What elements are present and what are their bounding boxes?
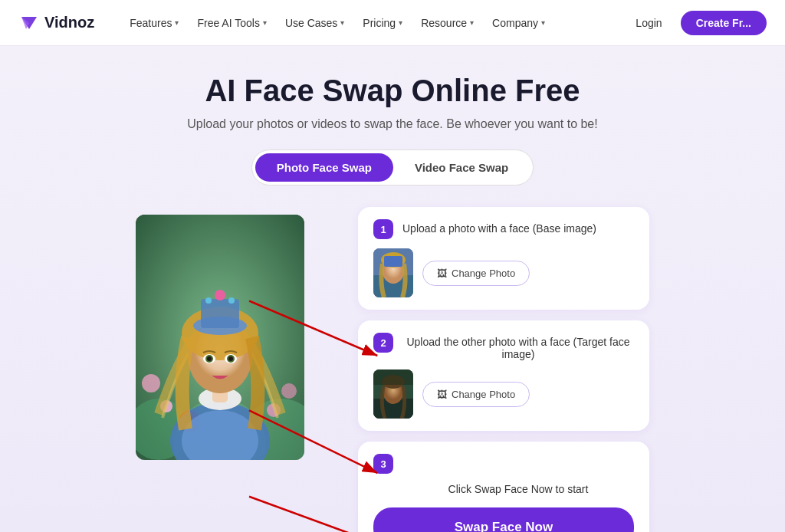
step-2-header: 2 Upload the other photo with a face (Ta… <box>373 333 634 360</box>
step-2-body: 🖼 Change Photo <box>373 369 634 419</box>
chevron-down-icon: ▾ <box>399 18 402 27</box>
nav-actions: Login Create Fr... <box>626 11 767 35</box>
step-1-number: 1 <box>373 219 393 239</box>
svg-point-25 <box>207 356 212 361</box>
step-1-body: 🖼 Change Photo <box>373 248 634 297</box>
tab-photo-face-swap[interactable]: Photo Face Swap <box>255 153 393 182</box>
portrait-svg <box>136 215 304 460</box>
step-2-card: 2 Upload the other photo with a face (Ta… <box>358 320 649 431</box>
svg-point-5 <box>281 383 297 399</box>
nav-use-cases[interactable]: Use Cases ▾ <box>278 12 352 34</box>
svg-point-20 <box>228 297 235 304</box>
svg-point-18 <box>215 290 225 300</box>
nav-company[interactable]: Company ▾ <box>484 12 553 34</box>
nav-pricing[interactable]: Pricing ▾ <box>355 12 410 34</box>
nav-free-ai-tools[interactable]: Free AI Tools ▾ <box>189 12 274 34</box>
image-icon: 🖼 <box>437 268 447 279</box>
chevron-down-icon: ▾ <box>541 18 545 27</box>
step-3-header: 3 <box>373 454 634 474</box>
nav-features[interactable]: Features ▾ <box>122 12 186 34</box>
tab-switcher: Photo Face Swap Video Face Swap <box>251 149 534 186</box>
chevron-down-icon: ▾ <box>263 18 267 27</box>
svg-rect-36 <box>373 369 413 385</box>
step-3-click-text: Click Swap Face Now to start <box>373 483 634 495</box>
swap-face-now-button[interactable]: Swap Face Now <box>373 507 634 532</box>
step-2-number: 2 <box>373 333 393 353</box>
preview-image-wrapper <box>136 215 312 460</box>
image-icon: 🖼 <box>437 389 447 400</box>
step-2-photo-thumb <box>373 369 413 419</box>
step-2-title: Upload the other photo with a face (Targ… <box>402 333 634 360</box>
hero-subtitle: Upload your photos or videos to swap the… <box>15 117 770 131</box>
step-3-number: 3 <box>373 454 393 474</box>
nav-resource[interactable]: Resource ▾ <box>413 12 481 34</box>
svg-point-4 <box>142 374 160 392</box>
svg-rect-17 <box>201 299 239 328</box>
main-content: 1 Upload a photo with a face (Base image… <box>15 207 770 532</box>
step-2-change-photo-button[interactable]: 🖼 Change Photo <box>422 382 530 407</box>
thumb2-svg <box>373 369 413 419</box>
svg-point-19 <box>205 297 212 304</box>
chevron-down-icon: ▾ <box>340 18 344 27</box>
steps-panel: 1 Upload a photo with a face (Base image… <box>358 207 649 532</box>
step-1-change-photo-button[interactable]: 🖼 Change Photo <box>422 261 530 286</box>
thumb1-svg <box>373 248 413 297</box>
tab-video-face-swap[interactable]: Video Face Swap <box>393 153 530 182</box>
svg-point-26 <box>228 356 233 361</box>
chevron-down-icon: ▾ <box>175 18 179 27</box>
step-1-header: 1 Upload a photo with a face (Base image… <box>373 219 634 239</box>
login-button[interactable]: Login <box>626 12 671 34</box>
step-1-card: 1 Upload a photo with a face (Base image… <box>358 207 649 310</box>
logo[interactable]: Vidnoz <box>18 12 94 34</box>
navbar: Vidnoz Features ▾ Free AI Tools ▾ Use Ca… <box>0 0 785 46</box>
svg-rect-31 <box>384 256 402 267</box>
chevron-down-icon: ▾ <box>470 18 474 27</box>
preview-image-inner <box>136 215 304 460</box>
step-3-card: 3 Click Swap Face Now to start Swap Face… <box>358 442 649 532</box>
hero-title: AI Face Swap Online Free <box>15 74 770 108</box>
nav-items: Features ▾ Free AI Tools ▾ Use Cases ▾ P… <box>122 12 608 34</box>
preview-image <box>136 215 304 460</box>
step-1-photo-thumb <box>373 248 413 297</box>
step-1-title: Upload a photo with a face (Base image) <box>402 219 596 235</box>
hero-section: AI Face Swap Online Free Upload your pho… <box>0 46 785 532</box>
create-free-button[interactable]: Create Fr... <box>681 11 767 35</box>
